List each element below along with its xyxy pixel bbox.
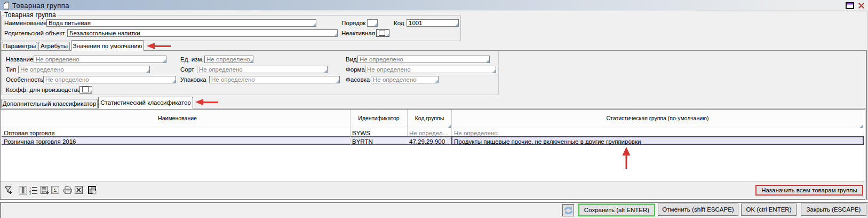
svg-text:Σ: Σ [54, 188, 57, 193]
svg-text:3: 3 [29, 192, 31, 195]
